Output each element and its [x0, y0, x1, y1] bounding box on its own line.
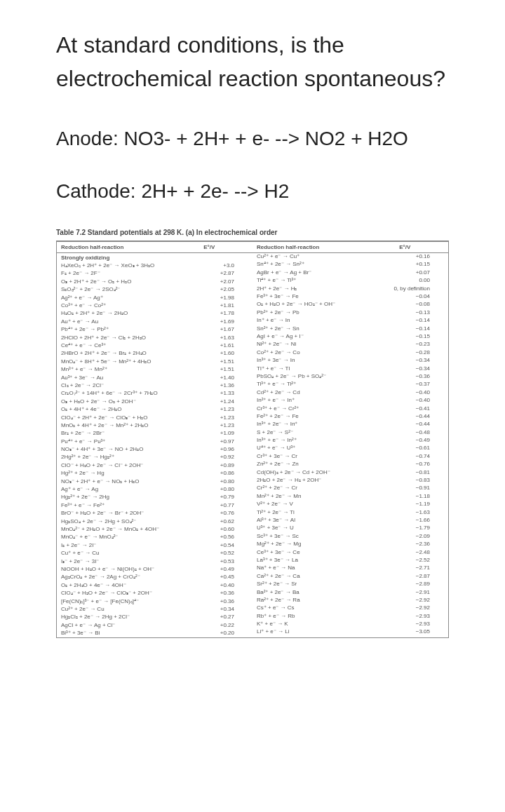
- potential-value: −0.08: [386, 301, 444, 308]
- reaction-text: Pu⁴⁺ + e⁻ → Pu³⁺: [61, 438, 191, 445]
- reaction-text: MnO₂ + 4H⁺ + 2e⁻ → Mn²⁺ + 2H₂O: [61, 422, 191, 429]
- potential-value: 0.00: [386, 277, 444, 284]
- potential-value: −1.66: [386, 517, 444, 524]
- reaction-text: Cl₂ + 2e⁻ → 2Cl⁻: [61, 382, 191, 389]
- reaction-text: Sc³⁺ + 3e⁻ → Sc: [257, 533, 386, 540]
- potential-value: +1.51: [191, 366, 248, 373]
- potential-value: +1.23: [191, 422, 248, 429]
- potential-value: −2.92: [386, 604, 444, 611]
- table-row: S + 2e⁻ → S²⁻−0.48: [252, 428, 448, 436]
- table-row: Ti³⁺ + e⁻ → Ti²⁺−0.37: [252, 381, 448, 388]
- table-row: Cs⁺ + e⁻ → Cs−2.92: [252, 604, 448, 612]
- hdr-left-reaction: Reduction half-reaction: [57, 241, 199, 253]
- table-row: Bi³⁺ + 3e⁻ → Bi+0.20: [57, 630, 252, 637]
- reaction-text: Cr²⁺ + 2e⁻ → Cr: [257, 485, 386, 492]
- table-row: Ag₂CrO₄ + 2e⁻ → 2Ag + CrO₄²⁻+0.45: [57, 574, 252, 581]
- potential-value: −2.89: [386, 581, 444, 588]
- reaction-text: Au³⁺ + 3e⁻ → Au: [61, 374, 191, 381]
- potential-value: −1.19: [386, 501, 444, 508]
- cathode-reaction: Cathode: 2H+ + 2e- --> H2: [56, 176, 449, 208]
- table-row: In⁺ + e⁻ → In−0.14: [252, 317, 448, 325]
- table-row: Mg²⁺ + 2e⁻ → Mg−2.36: [252, 541, 448, 548]
- table-row: Pu⁴⁺ + e⁻ → Pu³⁺+0.97: [57, 438, 252, 445]
- potential-value: +0.80: [191, 478, 248, 485]
- table-row: U³⁺ + 3e⁻ → U−1.79: [252, 525, 448, 532]
- reaction-text: In³⁺ + e⁻ → In²⁺: [257, 437, 386, 444]
- potential-value: +0.86: [191, 470, 248, 477]
- potential-value: −0.14: [386, 325, 444, 332]
- reaction-text: F₂ + 2e⁻ → 2F⁻: [61, 270, 191, 277]
- reaction-text: Ca²⁺ + 2e⁻ → Ca: [257, 573, 386, 580]
- table-row: BrO⁻ + H₂O + 2e⁻ → Br⁻ + 2OH⁻+0.76: [57, 510, 252, 517]
- potential-value: −0.28: [386, 349, 444, 356]
- table-row: O₂ + 4H⁺ + 4e⁻ → 2H₂O+1.23: [57, 406, 252, 414]
- table-row: Au³⁺ + 3e⁻ → Au+1.40: [57, 374, 252, 381]
- potential-value: +0.27: [191, 614, 248, 621]
- table-row: PbSO₄ + 2e⁻ → Pb + SO₄²⁻−0.36: [252, 372, 448, 380]
- potential-value: +1.36: [191, 382, 248, 389]
- potential-value: +1.67: [191, 326, 248, 333]
- table-row: AgBr + e⁻ → Ag + Br⁻+0.07: [252, 269, 448, 276]
- reaction-text: BrO⁻ + H₂O + 2e⁻ → Br⁻ + 2OH⁻: [61, 510, 191, 517]
- reaction-text: S + 2e⁻ → S²⁻: [257, 429, 386, 436]
- reaction-text: NiOOH + H₂O + e⁻ → Ni(OH)₂ + OH⁻: [61, 566, 191, 573]
- reaction-text: Al³⁺ + 3e⁻ → Al: [257, 517, 386, 524]
- potential-value: +2.87: [191, 270, 248, 277]
- potential-value: −2.87: [386, 573, 444, 580]
- reaction-text: Hg₂²⁺ + 2e⁻ → 2Hg: [61, 494, 191, 501]
- potential-value: +0.20: [191, 630, 248, 637]
- table-row: La³⁺ + 3e⁻ → La−2.52: [252, 556, 448, 564]
- potential-value: +0.22: [191, 622, 248, 629]
- potential-value: +0.80: [191, 486, 248, 493]
- table-row: In³⁺ + e⁻ → In²⁺−0.49: [252, 437, 448, 445]
- potential-value: −0.34: [386, 365, 444, 372]
- reaction-text: O₂ + 4H⁺ + 4e⁻ → 2H₂O: [61, 406, 191, 413]
- reaction-text: AgCl + e⁻ → Ag + Cl⁻: [61, 622, 191, 629]
- table-row: Mn²⁺ + 2e⁻ → Mn−1.18: [252, 492, 448, 500]
- table-row: 2H₂O + 2e⁻ → H₂ + 2OH⁻−0.83: [252, 477, 448, 485]
- potential-value: +1.60: [191, 350, 248, 357]
- reaction-text: Hg₂SO₄ + 2e⁻ → 2Hg + SO₄²⁻: [61, 518, 191, 525]
- question-text: At standard conditions, is the electroch…: [56, 28, 449, 95]
- reaction-text: MnO₄⁻ + e⁻ → MnO₄²⁻: [61, 534, 191, 541]
- table-row: Hg₂Cl₂ + 2e⁻ → 2Hg + 2Cl⁻+0.27: [57, 614, 252, 621]
- potential-value: +1.69: [191, 318, 248, 325]
- reaction-text: Ce³⁺ + 3e⁻ → Ce: [257, 549, 386, 556]
- reaction-text: Cr₂O₇²⁻ + 14H⁺ + 6e⁻ → 2Cr³⁺ + 7H₂O: [61, 390, 191, 397]
- potential-value: +0.60: [191, 526, 248, 533]
- table-row: O₃ + H₂O + 2e⁻ → O₂ + 2OH⁻+1.24: [57, 398, 252, 405]
- table-caption: Table 7.2 Standard potentials at 298 K. …: [56, 229, 449, 236]
- potential-value: −0.49: [386, 437, 444, 444]
- table-row: NiOOH + H₂O + e⁻ → Ni(OH)₂ + OH⁻+0.49: [57, 565, 252, 573]
- potential-value: +1.33: [191, 390, 248, 397]
- hdr-right-reaction: Reduction half-reaction: [252, 241, 395, 253]
- left-column: Strongly oxidizing H₄XeO₆ + 2H⁺ + 2e⁻ → …: [57, 253, 252, 637]
- potential-value: −0.15: [386, 333, 444, 340]
- potential-value: −2.93: [386, 613, 444, 620]
- table-row: Sc³⁺ + 3e⁻ → Sc−2.09: [252, 532, 448, 540]
- table-row: Hg₂²⁺ + 2e⁻ → 2Hg+0.79: [57, 494, 252, 501]
- potential-value: +0.77: [191, 502, 248, 509]
- reaction-text: [Fe(CN)₆]³⁻ + e⁻ → [Fe(CN)₆]⁴⁻: [61, 598, 191, 605]
- potential-value: −0.13: [386, 309, 444, 316]
- reaction-text: In³⁺ + 2e⁻ → In⁺: [257, 421, 386, 428]
- reaction-text: Ti⁴⁺ + e⁻ → Ti³⁺: [257, 277, 386, 284]
- potential-value: +3.0: [191, 262, 248, 269]
- potential-value: +0.92: [191, 454, 248, 461]
- potential-value: +1.81: [191, 302, 248, 309]
- table-row: O₃ + 2H⁺ + 2e⁻ → O₂ + H₂O+2.07: [57, 278, 252, 285]
- table-row: Cu⁺ + e⁻ → Cu+0.52: [57, 550, 252, 557]
- table-row: Ag²⁺ + e⁻ → Ag⁺+1.98: [57, 294, 252, 302]
- table-row: ClO₄⁻ + 2H⁺ + 2e⁻ → ClO₃⁻ + H₂O+1.23: [57, 414, 252, 421]
- reaction-text: S₂O₈²⁻ + 2e⁻ → 2SO₄²⁻: [61, 286, 191, 293]
- potential-value: −0.34: [386, 357, 444, 364]
- table-row: Mn³⁺ + e⁻ → Mn²⁺+1.51: [57, 366, 252, 374]
- reaction-text: 2HBrO + 2H⁺ + 2e⁻ → Br₂ + 2H₂O: [61, 350, 191, 357]
- reaction-text: Ce⁴⁺ + e⁻ → Ce³⁺: [61, 342, 191, 349]
- table-row: I₃⁻ + 2e⁻ → 3I⁻+0.53: [57, 557, 252, 565]
- reaction-text: H₂O₂ + 2H⁺ + 2e⁻ → 2H₂O: [61, 310, 191, 317]
- table-row: MnO₂ + 4H⁺ + 2e⁻ → Mn²⁺ + 2H₂O+1.23: [57, 421, 252, 429]
- table-row: MnO₄⁻ + 8H⁺ + 5e⁻ → Mn²⁺ + 4H₂O+1.51: [57, 358, 252, 365]
- reaction-text: Co²⁺ + 2e⁻ → Co: [257, 349, 386, 356]
- table-row: 2Hg²⁺ + 2e⁻ → Hg₂²⁺+0.92: [57, 454, 252, 461]
